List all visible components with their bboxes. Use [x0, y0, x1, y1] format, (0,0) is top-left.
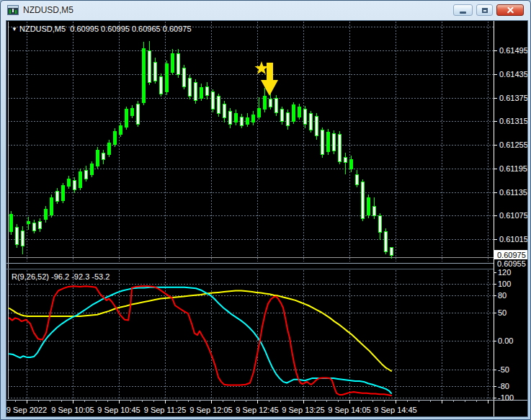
header-symbol: NZDUSD,M5 [19, 24, 66, 33]
restore-icon [482, 8, 488, 13]
candle-bull [264, 97, 267, 110]
candle-bull [350, 159, 353, 169]
indicator-level-label: 100 [498, 280, 511, 288]
candle-bear [212, 92, 215, 110]
candle-bear [195, 82, 197, 101]
candle-bear [229, 111, 232, 124]
price-label: 0.61135 [499, 188, 527, 197]
price-label: 0.61075 [499, 211, 527, 220]
candle-bear [333, 133, 336, 151]
candle-bear [33, 223, 36, 231]
bid-price-label: 0.60975 [497, 251, 526, 259]
time-label: 9 Sep 13:25 [282, 406, 324, 414]
candle-bear [379, 216, 382, 233]
candle-bull [367, 198, 370, 215]
candle-bear [73, 180, 76, 190]
header-open: 0.60995 [70, 24, 99, 33]
indicator-level-label: 120 [498, 268, 511, 277]
symbol-ohlc-header: ▼ NZDUSD,M5 0.60995 0.60995 0.60965 0.60… [12, 24, 192, 33]
time-label: 9 Sep 11:25 [144, 406, 187, 414]
header-close: 0.60975 [163, 24, 192, 33]
candle-bear [385, 231, 388, 251]
indicator-level-label: 80 [498, 291, 507, 300]
candle-bear [22, 231, 24, 246]
candle-bear [321, 130, 324, 155]
collapse-icon[interactable]: ▼ [12, 26, 17, 32]
price-label: 0.61195 [499, 164, 527, 173]
candle-bull [10, 214, 13, 232]
candle-bear [304, 109, 307, 124]
time-label: 9 Sep 12:05 [189, 406, 232, 414]
candle-bull [143, 48, 146, 102]
candle-bull [298, 107, 301, 117]
indicator-level-label: -50 [498, 365, 509, 374]
candle-bull [68, 179, 71, 187]
candle-bull [91, 164, 94, 174]
indicator-level-label: -80 [498, 382, 509, 390]
chart-client[interactable]: 0.614950.614350.613750.613150.612550.611… [6, 20, 528, 417]
window-controls [453, 4, 524, 16]
candle-bear [206, 86, 209, 95]
candle-bear [373, 206, 376, 216]
candle-bear [391, 247, 393, 255]
candle-bear [281, 110, 284, 122]
header-high: 0.60995 [101, 24, 130, 33]
candle-bear [102, 153, 105, 160]
candle-bear [316, 116, 318, 135]
candle-bull [200, 88, 203, 98]
indicator-level-label: 0.00 [498, 336, 513, 345]
time-label: 9 Sep 12:45 [236, 406, 278, 414]
candle-bear [16, 227, 19, 245]
time-label: 9 Sep 10:45 [97, 406, 140, 414]
titlebar[interactable]: NZDUSD,M5 [1, 1, 530, 20]
candle-bear [275, 98, 278, 113]
candle-bear [339, 134, 342, 161]
close-button[interactable] [496, 4, 524, 16]
indicator-level-label: 50 [498, 308, 507, 317]
indicator-name: R(9,26,52) [12, 272, 49, 281]
candle-bull [62, 186, 65, 200]
chart-window-icon [7, 5, 19, 15]
candle-bull [45, 209, 48, 220]
candle-bear [177, 53, 180, 74]
price-label: 0.61495 [499, 46, 527, 55]
candle-bull [246, 118, 249, 124]
candle-bull [327, 132, 330, 152]
candle-bull [131, 108, 134, 115]
candle-bear [269, 99, 272, 107]
candle-bear [137, 104, 140, 124]
candle-bull [108, 143, 111, 154]
candle-bull [114, 131, 117, 144]
candle-bear [154, 62, 157, 81]
candle-bear [223, 104, 226, 118]
restore-button[interactable] [476, 4, 493, 16]
candle-bear [310, 114, 313, 130]
close-icon [507, 6, 514, 14]
time-label: 9 Sep 14:45 [374, 406, 416, 414]
indicator-values: -96.2 -92.3 -53.2 [51, 272, 110, 281]
candle-bear [241, 117, 244, 125]
time-label: 9 Sep 10:05 [51, 406, 94, 414]
minimize-button[interactable] [453, 4, 473, 16]
candle-bear [56, 191, 59, 201]
price-label: 0.61015 [499, 235, 527, 243]
candle-bear [362, 182, 365, 218]
candle-bear [287, 112, 290, 125]
minimize-icon [460, 12, 466, 14]
header-low: 0.60965 [132, 24, 161, 33]
candle-bull [166, 63, 169, 92]
chart-canvas[interactable]: 0.614950.614350.613750.613150.612550.611… [6, 21, 527, 416]
candle-bear [85, 170, 88, 179]
candle-bear [356, 174, 359, 184]
candle-bull [235, 114, 238, 122]
candle-bull [293, 105, 295, 121]
price-edge-label: 0.60955 [497, 259, 526, 268]
price-label: 0.61255 [499, 140, 527, 149]
candle-bull [252, 115, 255, 122]
candle-bear [183, 68, 186, 86]
candle-bull [125, 110, 128, 127]
candle-bull [79, 171, 82, 187]
time-label: 9 Sep 14:05 [328, 406, 370, 414]
indicator-label: R(9,26,52) -96.2 -92.3 -53.2 [12, 272, 110, 281]
candle-bull [120, 125, 122, 134]
